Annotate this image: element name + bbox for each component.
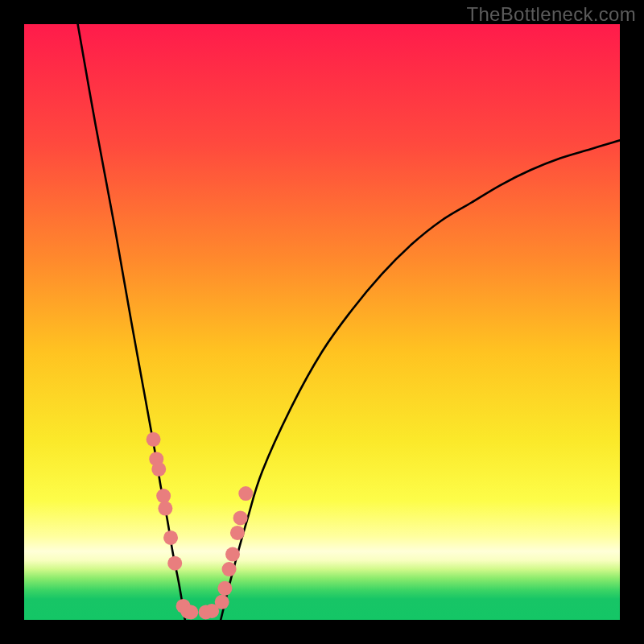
marker-dot	[156, 489, 171, 503]
series-curve-left	[78, 24, 185, 620]
marker-dot	[238, 486, 253, 501]
marker-dot	[222, 562, 237, 576]
marker-dot	[225, 547, 240, 562]
marker-dot	[230, 526, 245, 540]
marker-dot	[163, 530, 178, 545]
marker-dot	[215, 595, 229, 609]
plot-area	[24, 24, 620, 620]
series-curve-right	[221, 140, 620, 620]
marker-dot	[158, 502, 172, 516]
marker-dot	[151, 462, 166, 477]
chart-frame: TheBottleneck.com	[0, 0, 644, 644]
marker-dot	[147, 432, 161, 447]
curves-svg	[24, 24, 620, 620]
marker-dot	[217, 581, 232, 596]
watermark-text: TheBottleneck.com	[466, 3, 636, 26]
marker-dot	[167, 556, 182, 571]
marker-dot	[233, 510, 248, 525]
marker-dot	[184, 605, 198, 619]
